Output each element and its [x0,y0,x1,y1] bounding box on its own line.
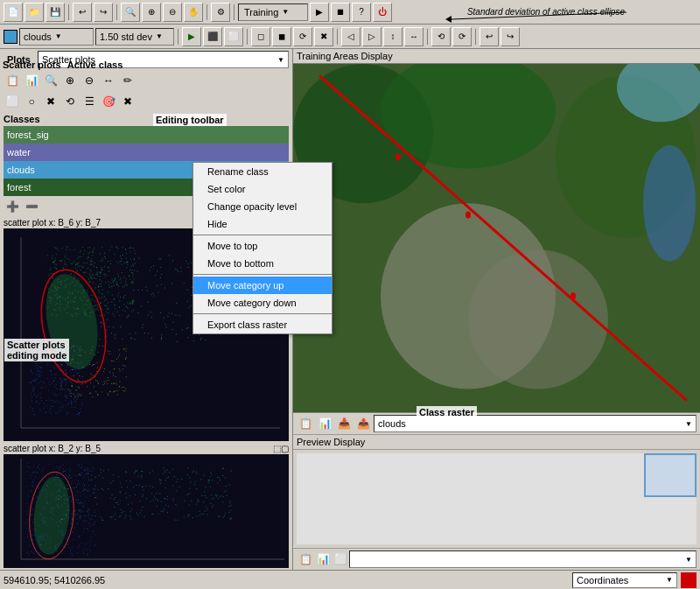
training-label: Training [244,7,278,18]
icon14[interactable]: ✖ [119,93,136,110]
training-arrow: ▼ [282,8,289,16]
undo-btn[interactable]: ↩ [73,3,92,22]
std-dev-arrow-svg [626,4,696,21]
save-btn[interactable]: 💾 [46,3,65,22]
sep2 [116,4,117,20]
preview-icon3[interactable]: ⬜ [332,550,349,568]
icon10[interactable]: ✖ [42,93,60,110]
preview-toolbar: 📋 📊 ⬜ ▼ [293,548,700,570]
preview-icon1[interactable]: 📋 [297,550,314,568]
icon11[interactable]: ⟲ [61,93,79,110]
scatter-arrow: ▼ [277,56,284,64]
top-toolbar: 📄 📁 💾 ↩ ↪ 🔍 ⊕ ⊖ ✋ ⚙ Training ▼ ▶ ⏹ ? ⏻ S… [0,0,700,25]
zoom-out-btn[interactable]: ⊖ [163,3,182,22]
menu-move-bottom[interactable]: Move to bottom [193,255,332,272]
icon9[interactable]: ○ [23,93,40,110]
class-raster-icon3[interactable]: 📥 [335,415,353,432]
menu-export-raster[interactable]: Export class raster [193,316,332,333]
icon13[interactable]: 🎯 [100,93,117,110]
class-raster-arrow: ▼ [685,420,692,428]
btn9[interactable]: ▷ [362,27,382,46]
sep3 [206,4,207,20]
main-area: Plots Scatter plots ▼ 📋 📊 🔍 ⊕ ⊖ ↔ ✏ ⬜ ○ … [0,49,700,570]
svg-point-13 [570,292,576,299]
new-btn[interactable]: 📄 [4,3,23,22]
class-raster-icon2[interactable]: 📊 [316,415,333,432]
open-btn[interactable]: 📁 [24,3,44,22]
svg-marker-1 [445,16,452,23]
btn6[interactable]: ⟳ [293,27,312,46]
icon8[interactable]: ⬜ [4,93,21,110]
class-raster-icon1[interactable]: 📋 [297,415,314,432]
icon4[interactable]: ⊕ [61,72,79,89]
btn8[interactable]: ◁ [341,27,360,46]
btn5[interactable]: ◼ [272,27,291,46]
btn12[interactable]: ⟲ [431,27,451,46]
menu-rename-class[interactable]: Rename class [193,163,332,180]
map-area[interactable] [293,64,700,412]
icon7[interactable]: ✏ [119,72,136,89]
scatter-dropdown[interactable]: Scatter plots ▼ [38,51,289,68]
zoom-in-btn[interactable]: ⊕ [142,3,161,22]
btn13[interactable]: ⟳ [452,27,472,46]
scatter-plot-1-label: scatter plot x: B_6 y: B_7 [4,218,101,228]
menu-move-cat-down[interactable]: Move category down [193,294,332,312]
play-btn[interactable]: ▶ [182,27,201,46]
gear-btn[interactable]: ⚙ [211,3,230,22]
icon3[interactable]: 🔍 [42,72,60,89]
scatter-plot-2[interactable] [4,454,289,568]
preview-dropdown[interactable]: ▼ [349,550,696,568]
preview-icon2[interactable]: 📊 [314,550,332,568]
class-item-forest-sig[interactable]: forest_sig [4,126,289,144]
bottom-right-panel: 📋 📊 📥 📤 clouds ▼ Preview Display 📋 📊 ⬜ [293,412,700,570]
btn4[interactable]: ◻ [251,27,270,46]
class-item-water[interactable]: water [4,144,289,161]
scatter-plot-2-label: scatter plot x: B_2 y: B_5 [4,444,101,453]
scatter-canvas-2 [4,454,289,568]
power-btn[interactable]: ⏻ [373,3,392,22]
zoom-btn[interactable]: 🔍 [121,3,140,22]
stop-btn[interactable]: ⏹ [331,3,350,22]
add-class-btn[interactable]: ➕ [4,198,21,215]
remove-class-btn[interactable]: ➖ [23,198,40,215]
preview-area[interactable] [297,453,696,544]
icon2[interactable]: 📊 [23,72,40,89]
training-dropdown[interactable]: Training ▼ [238,4,308,21]
expand-icon[interactable]: ▢ [281,444,289,453]
btn14[interactable]: ↩ [480,27,499,46]
clouds-arrow: ▼ [55,32,62,40]
redo-btn[interactable]: ↪ [94,3,113,22]
status-red-icon [681,572,696,588]
split-icon[interactable]: ⬚ [273,444,281,453]
sep1 [68,4,69,20]
menu-move-top[interactable]: Move to top [193,237,332,255]
class-raster-dropdown[interactable]: clouds ▼ [374,415,696,432]
pan-btn[interactable]: ✋ [184,3,203,22]
menu-move-cat-up[interactable]: Move category up [193,277,332,294]
svg-point-12 [466,211,471,218]
btn2[interactable]: ⬛ [203,27,222,46]
btn7[interactable]: ✖ [314,27,333,46]
coordinates-dropdown[interactable]: Coordinates ▼ [572,572,677,588]
icon-toolbar-2: ⬜ ○ ✖ ⟲ ☰ 🎯 ✖ [0,91,292,112]
icon5[interactable]: ⊖ [80,72,98,89]
btn15[interactable]: ↪ [500,27,520,46]
menu-change-opacity[interactable]: Change opacity level [193,198,332,215]
std-dev-dropdown[interactable]: 1.50 std dev ▼ [95,28,174,46]
btn3[interactable]: ⬜ [224,27,243,46]
clouds-dropdown[interactable]: clouds ▼ [19,28,94,46]
icon6[interactable]: ↔ [100,72,117,89]
sep4 [234,4,234,20]
icon12[interactable]: ☰ [80,93,98,110]
btn11[interactable]: ↔ [404,27,424,46]
menu-set-color[interactable]: Set color [193,180,332,198]
class-icon-btn[interactable] [4,30,18,44]
icon1[interactable]: 📋 [4,72,21,89]
run-btn[interactable]: ▶ [310,3,329,22]
class-raster-icon4[interactable]: 📤 [354,415,372,432]
help-btn[interactable]: ? [352,3,371,22]
menu-hide[interactable]: Hide [193,215,332,233]
class-name-water: water [7,147,31,158]
class-name-clouds: clouds [7,165,35,175]
btn10[interactable]: ↕ [383,27,402,46]
